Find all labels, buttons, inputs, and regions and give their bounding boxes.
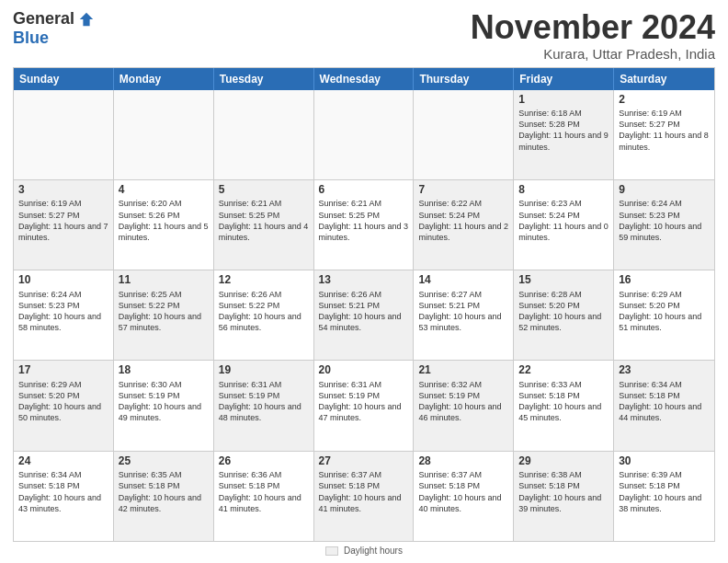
cell-info: Sunrise: 6:29 AM Sunset: 5:20 PM Dayligh… — [18, 379, 108, 424]
weekday-header: Wednesday — [314, 68, 415, 90]
cell-info: Sunrise: 6:37 AM Sunset: 5:18 PM Dayligh… — [418, 469, 508, 514]
svg-marker-0 — [80, 12, 93, 25]
weekday-header: Tuesday — [214, 68, 314, 90]
header: General Blue November 2024 Kurara, Uttar… — [13, 9, 715, 62]
cell-info: Sunrise: 6:19 AM Sunset: 5:27 PM Dayligh… — [18, 198, 108, 243]
cell-info: Sunrise: 6:27 AM Sunset: 5:21 PM Dayligh… — [418, 289, 508, 334]
calendar-cell: 30Sunrise: 6:39 AM Sunset: 5:18 PM Dayli… — [614, 452, 714, 541]
footer: Daylight hours — [13, 546, 715, 556]
calendar-cell: 27Sunrise: 6:37 AM Sunset: 5:18 PM Dayli… — [314, 452, 415, 541]
calendar-cell: 6Sunrise: 6:21 AM Sunset: 5:25 PM Daylig… — [314, 180, 415, 270]
cell-info: Sunrise: 6:36 AM Sunset: 5:18 PM Dayligh… — [219, 469, 309, 514]
calendar-cell — [14, 90, 114, 179]
weekday-header: Saturday — [614, 68, 714, 90]
cell-info: Sunrise: 6:29 AM Sunset: 5:20 PM Dayligh… — [619, 289, 710, 334]
calendar-header: SundayMondayTuesdayWednesdayThursdayFrid… — [14, 68, 714, 90]
calendar-cell: 8Sunrise: 6:23 AM Sunset: 5:24 PM Daylig… — [514, 180, 614, 270]
day-number: 1 — [518, 93, 609, 108]
day-number: 13 — [319, 273, 409, 288]
day-number: 15 — [518, 273, 609, 288]
calendar-cell: 23Sunrise: 6:34 AM Sunset: 5:18 PM Dayli… — [614, 361, 714, 450]
day-number: 19 — [219, 363, 309, 378]
day-number: 7 — [418, 183, 508, 198]
title-block: November 2024 Kurara, Uttar Pradesh, Ind… — [471, 9, 715, 62]
calendar-cell: 14Sunrise: 6:27 AM Sunset: 5:21 PM Dayli… — [414, 270, 514, 360]
cell-info: Sunrise: 6:28 AM Sunset: 5:20 PM Dayligh… — [518, 289, 609, 334]
cell-info: Sunrise: 6:19 AM Sunset: 5:27 PM Dayligh… — [619, 108, 710, 153]
day-number: 9 — [619, 183, 710, 198]
cell-info: Sunrise: 6:35 AM Sunset: 5:18 PM Dayligh… — [119, 469, 209, 514]
day-number: 14 — [418, 273, 508, 288]
cell-info: Sunrise: 6:22 AM Sunset: 5:24 PM Dayligh… — [418, 198, 508, 243]
calendar-cell: 3Sunrise: 6:19 AM Sunset: 5:27 PM Daylig… — [14, 180, 114, 270]
day-number: 18 — [119, 363, 209, 378]
day-number: 29 — [518, 454, 609, 469]
calendar-cell — [314, 90, 415, 179]
calendar-cell: 13Sunrise: 6:26 AM Sunset: 5:21 PM Dayli… — [314, 270, 415, 360]
location: Kurara, Uttar Pradesh, India — [471, 46, 715, 62]
calendar-cell: 4Sunrise: 6:20 AM Sunset: 5:26 PM Daylig… — [114, 180, 214, 270]
cell-info: Sunrise: 6:24 AM Sunset: 5:23 PM Dayligh… — [18, 289, 108, 334]
weekday-header: Thursday — [414, 68, 514, 90]
day-number: 5 — [219, 183, 309, 198]
logo: General Blue — [13, 9, 95, 48]
calendar-cell: 21Sunrise: 6:32 AM Sunset: 5:19 PM Dayli… — [414, 361, 514, 450]
calendar-cell: 5Sunrise: 6:21 AM Sunset: 5:25 PM Daylig… — [214, 180, 314, 270]
calendar-cell: 15Sunrise: 6:28 AM Sunset: 5:20 PM Dayli… — [514, 270, 614, 360]
day-number: 12 — [219, 273, 309, 288]
month-title: November 2024 — [471, 9, 715, 46]
calendar-cell: 26Sunrise: 6:36 AM Sunset: 5:18 PM Dayli… — [214, 452, 314, 541]
day-number: 3 — [18, 183, 108, 198]
cell-info: Sunrise: 6:30 AM Sunset: 5:19 PM Dayligh… — [119, 379, 209, 424]
calendar-cell: 9Sunrise: 6:24 AM Sunset: 5:23 PM Daylig… — [614, 180, 714, 270]
day-number: 28 — [418, 454, 508, 469]
day-number: 6 — [319, 183, 409, 198]
calendar-cell: 2Sunrise: 6:19 AM Sunset: 5:27 PM Daylig… — [614, 90, 714, 179]
logo-blue: Blue — [13, 29, 49, 48]
calendar-body: 1Sunrise: 6:18 AM Sunset: 5:28 PM Daylig… — [14, 90, 714, 541]
calendar-cell — [114, 90, 214, 179]
page: General Blue November 2024 Kurara, Uttar… — [0, 0, 728, 563]
calendar-row: 1Sunrise: 6:18 AM Sunset: 5:28 PM Daylig… — [14, 90, 714, 179]
cell-info: Sunrise: 6:26 AM Sunset: 5:22 PM Dayligh… — [219, 289, 309, 334]
calendar-cell: 19Sunrise: 6:31 AM Sunset: 5:19 PM Dayli… — [214, 361, 314, 450]
day-number: 8 — [518, 183, 609, 198]
calendar-cell: 11Sunrise: 6:25 AM Sunset: 5:22 PM Dayli… — [114, 270, 214, 360]
day-number: 30 — [619, 454, 710, 469]
cell-info: Sunrise: 6:21 AM Sunset: 5:25 PM Dayligh… — [219, 198, 309, 243]
logo-icon — [78, 11, 95, 28]
calendar-cell: 29Sunrise: 6:38 AM Sunset: 5:18 PM Dayli… — [514, 452, 614, 541]
day-number: 11 — [119, 273, 209, 288]
calendar-cell: 16Sunrise: 6:29 AM Sunset: 5:20 PM Dayli… — [614, 270, 714, 360]
calendar-row: 10Sunrise: 6:24 AM Sunset: 5:23 PM Dayli… — [14, 270, 714, 360]
cell-info: Sunrise: 6:38 AM Sunset: 5:18 PM Dayligh… — [518, 469, 609, 514]
day-number: 24 — [18, 454, 108, 469]
cell-info: Sunrise: 6:26 AM Sunset: 5:21 PM Dayligh… — [319, 289, 409, 334]
cell-info: Sunrise: 6:33 AM Sunset: 5:18 PM Dayligh… — [518, 379, 609, 424]
calendar-cell — [414, 90, 514, 179]
day-number: 26 — [219, 454, 309, 469]
day-number: 27 — [319, 454, 409, 469]
day-number: 23 — [619, 363, 710, 378]
calendar-cell: 20Sunrise: 6:31 AM Sunset: 5:19 PM Dayli… — [314, 361, 415, 450]
calendar-cell: 25Sunrise: 6:35 AM Sunset: 5:18 PM Dayli… — [114, 452, 214, 541]
calendar-cell — [214, 90, 314, 179]
daylight-label: Daylight hours — [344, 546, 403, 556]
cell-info: Sunrise: 6:32 AM Sunset: 5:19 PM Dayligh… — [418, 379, 508, 424]
calendar-row: 17Sunrise: 6:29 AM Sunset: 5:20 PM Dayli… — [14, 360, 714, 450]
calendar-cell: 24Sunrise: 6:34 AM Sunset: 5:18 PM Dayli… — [14, 452, 114, 541]
calendar-cell: 28Sunrise: 6:37 AM Sunset: 5:18 PM Dayli… — [414, 452, 514, 541]
daylight-legend-box — [325, 546, 338, 556]
day-number: 21 — [418, 363, 508, 378]
cell-info: Sunrise: 6:34 AM Sunset: 5:18 PM Dayligh… — [18, 469, 108, 514]
cell-info: Sunrise: 6:31 AM Sunset: 5:19 PM Dayligh… — [319, 379, 409, 424]
cell-info: Sunrise: 6:25 AM Sunset: 5:22 PM Dayligh… — [119, 289, 209, 334]
calendar-cell: 12Sunrise: 6:26 AM Sunset: 5:22 PM Dayli… — [214, 270, 314, 360]
calendar-row: 3Sunrise: 6:19 AM Sunset: 5:27 PM Daylig… — [14, 179, 714, 270]
cell-info: Sunrise: 6:23 AM Sunset: 5:24 PM Dayligh… — [518, 198, 609, 243]
weekday-header: Monday — [114, 68, 214, 90]
calendar-cell: 10Sunrise: 6:24 AM Sunset: 5:23 PM Dayli… — [14, 270, 114, 360]
calendar-cell: 22Sunrise: 6:33 AM Sunset: 5:18 PM Dayli… — [514, 361, 614, 450]
day-number: 22 — [518, 363, 609, 378]
logo-general: General — [13, 9, 74, 29]
